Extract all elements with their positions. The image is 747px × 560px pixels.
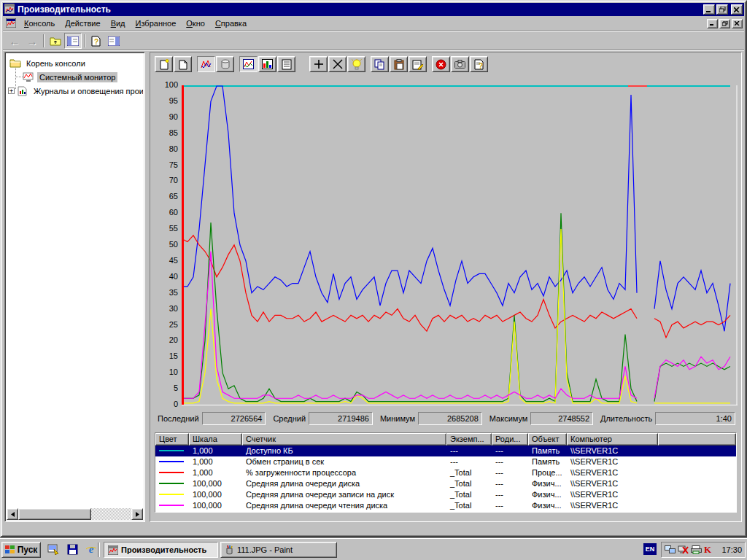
legend-cell: % загруженности процессора xyxy=(242,467,446,478)
print-queue-icon[interactable] xyxy=(691,545,702,554)
menu-view[interactable]: Вид xyxy=(106,17,131,30)
view-log-data-button[interactable] xyxy=(216,56,234,72)
highlight-button[interactable] xyxy=(347,56,365,72)
y-tick-label: 100 xyxy=(153,80,178,89)
child-restore-button[interactable] xyxy=(719,19,730,28)
stat-label: Минимум xyxy=(380,414,415,423)
add-counter-button[interactable] xyxy=(309,56,328,72)
delete-counter-button[interactable] xyxy=(328,56,347,72)
stat-label: Последний xyxy=(158,414,199,423)
scroll-right-button[interactable] xyxy=(131,508,143,520)
tree-item-console-root[interactable]: Корень консоли xyxy=(9,57,88,69)
console-tree-icon xyxy=(67,36,79,46)
legend-row[interactable]: 100,000Средняя длина очереди записи на д… xyxy=(155,489,736,500)
freeze-display-button[interactable] xyxy=(432,56,450,72)
tree-item-perf-logs[interactable]: + Журналы и оповещения прои xyxy=(8,85,143,97)
up-one-level-button[interactable] xyxy=(47,33,64,49)
legend-cell: --- xyxy=(492,456,528,467)
new-counter-set-button[interactable] xyxy=(155,56,173,72)
minimize-button[interactable] xyxy=(703,4,715,15)
forward-button[interactable]: → xyxy=(23,33,41,49)
legend-row[interactable]: 1,000Обмен страниц в сек------Память\\SE… xyxy=(155,456,736,467)
menu-action[interactable]: Действие xyxy=(60,17,105,30)
legend-column-header[interactable]: Объект xyxy=(528,433,567,446)
language-indicator[interactable]: EN xyxy=(643,543,657,555)
chart-series-line xyxy=(654,315,730,338)
legend-column-header[interactable]: Счетчик xyxy=(242,433,446,446)
counter-color-cell xyxy=(155,446,189,456)
console-window-icon xyxy=(6,18,16,29)
back-button[interactable]: ← xyxy=(6,33,23,49)
child-close-button[interactable] xyxy=(732,19,743,28)
tree-item-system-monitor[interactable]: Системный монитор xyxy=(23,71,117,83)
menu-help[interactable]: Справка xyxy=(210,17,252,30)
legend-column-header[interactable]: Шкала xyxy=(189,433,242,446)
legend-cell: Проце... xyxy=(528,467,567,478)
legend-column-header[interactable]: Роди... xyxy=(492,433,528,446)
show-console-tree-button[interactable] xyxy=(64,33,82,49)
copy-properties-button[interactable] xyxy=(371,56,389,72)
menu-window[interactable]: Окно xyxy=(181,17,210,30)
show-desktop-icon[interactable] xyxy=(47,542,60,556)
save-disk-icon[interactable] xyxy=(66,542,79,556)
update-data-button[interactable] xyxy=(451,56,469,72)
legend-cell: --- xyxy=(492,478,528,489)
legend-cell: Средняя длина очереди записи на диск xyxy=(242,489,446,500)
restore-button[interactable] xyxy=(716,4,728,15)
copy-icon xyxy=(374,59,385,70)
task-button-paint[interactable]: 111.JPG - Paint xyxy=(220,542,337,558)
scrollbar-track[interactable] xyxy=(18,508,131,520)
antivirus-icon[interactable]: K xyxy=(704,544,711,556)
tree-horizontal-scrollbar xyxy=(7,508,143,520)
svg-text:?: ? xyxy=(478,62,482,70)
legend-row[interactable]: 1,000% загруженности процессора_Total---… xyxy=(155,467,736,478)
scrollbar-thumb[interactable] xyxy=(18,508,91,520)
legend-cell-filler xyxy=(658,467,736,478)
legend-cell: Физич... xyxy=(528,489,567,500)
network-icon[interactable] xyxy=(665,545,676,555)
network-error-icon[interactable] xyxy=(678,545,689,555)
app-icon xyxy=(4,4,15,15)
paste-counter-list-button[interactable] xyxy=(390,56,408,72)
start-button[interactable]: Пуск xyxy=(1,542,41,558)
close-button[interactable] xyxy=(731,4,743,15)
view-report-button[interactable] xyxy=(277,56,295,72)
y-tick-label: 5 xyxy=(153,384,178,392)
report-icon xyxy=(282,59,292,70)
stat-value: 2685208 xyxy=(418,412,482,425)
help-topics-button[interactable]: ? xyxy=(88,33,105,49)
legend-cell: Физич... xyxy=(528,478,567,489)
y-tick-label: 15 xyxy=(153,351,178,360)
help-button[interactable]: ? xyxy=(470,56,488,72)
legend-cell: \\SERVER1C xyxy=(567,467,658,478)
y-tick-label: 55 xyxy=(153,224,178,233)
menu-favorites[interactable]: Избранное xyxy=(131,17,182,30)
view-current-activity-button[interactable] xyxy=(197,56,215,72)
lightbulb-icon xyxy=(352,59,362,70)
properties-button[interactable] xyxy=(409,56,427,72)
delete-x-icon xyxy=(333,59,343,69)
legend-row[interactable]: 100,000Средняя длина очереди диска_Total… xyxy=(155,478,736,489)
task-button-perfmon[interactable]: Производительность xyxy=(104,542,218,558)
expand-plus-icon[interactable]: + xyxy=(8,88,15,94)
clear-display-button[interactable] xyxy=(174,56,192,72)
child-minimize-button[interactable] xyxy=(707,19,718,28)
view-histogram-button[interactable] xyxy=(258,56,276,72)
legend-cell: 100,000 xyxy=(189,500,242,511)
taskbar-clock[interactable]: 17:30 xyxy=(721,545,742,554)
time-position-marker xyxy=(628,85,647,87)
view-graph-button[interactable] xyxy=(239,56,258,72)
new-page-icon xyxy=(159,59,169,70)
internet-explorer-icon[interactable]: e xyxy=(85,542,98,556)
tree-item-label: Журналы и оповещения прои xyxy=(31,86,143,96)
scroll-left-button[interactable] xyxy=(7,508,18,520)
legend-row[interactable]: 1,000Доступно КБ------Память\\SERVER1C xyxy=(155,446,736,456)
legend-row[interactable]: 100,000Средняя длина очереди чтения диск… xyxy=(155,500,736,511)
legend-column-header[interactable]: Компьютер xyxy=(567,433,658,446)
legend-cell: _Total xyxy=(446,467,492,478)
legend-column-header[interactable]: Цвет xyxy=(155,433,189,446)
show-description-bar-button[interactable] xyxy=(105,33,123,49)
menu-console[interactable]: Консоль xyxy=(19,17,60,30)
legend-column-header[interactable]: Экземп... xyxy=(446,433,492,446)
y-tick-label: 40 xyxy=(153,272,178,281)
